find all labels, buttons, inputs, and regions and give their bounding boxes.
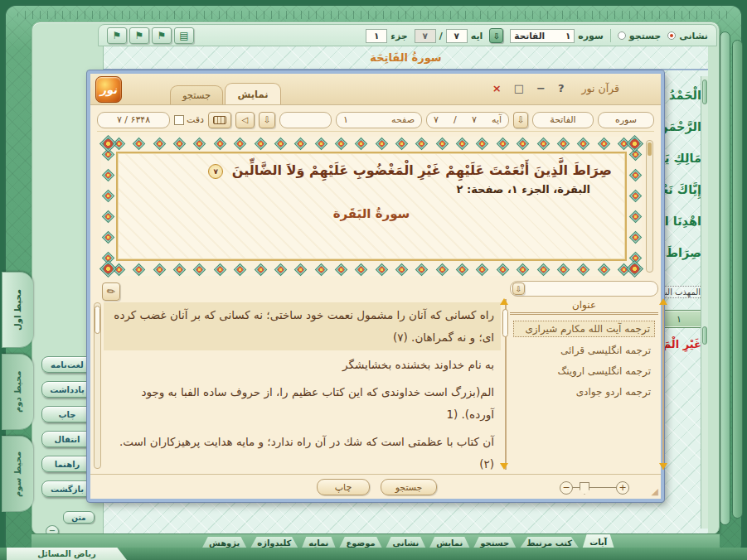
ornament-diamond [597, 137, 610, 150]
list-search-field[interactable]: ⇩ [510, 281, 658, 297]
flag-prev-icon[interactable]: ⚑ [129, 27, 149, 44]
juz-field[interactable]: ۱ [366, 29, 387, 43]
search-button[interactable]: جستجو [381, 479, 437, 495]
doc-scroll-thumb[interactable] [702, 80, 707, 104]
ornament-diamond [456, 137, 469, 150]
ornament-diamond [536, 263, 550, 276]
sura-field[interactable]: ۱ الفاتحة [510, 29, 575, 43]
translation-list-item[interactable]: ترجمه اردو جوادی [513, 384, 655, 399]
search-radio[interactable]: جستجو [618, 31, 661, 41]
back-arrow-button[interactable]: ◁ [235, 112, 255, 128]
ornament-diamond [597, 263, 610, 276]
edit-pen-button[interactable]: ✎ [102, 282, 120, 301]
scroll-down-icon[interactable] [500, 463, 508, 470]
close-icon[interactable]: × [492, 83, 502, 94]
address-radio[interactable]: نشانی [667, 31, 708, 41]
page-mini-scrollbar[interactable] [646, 140, 653, 273]
env-tab-2[interactable]: محیط دوم [2, 354, 33, 430]
ornament-diamond [415, 263, 429, 276]
aya-field[interactable]: ۷ [446, 29, 468, 43]
ornament-diamond [153, 263, 166, 276]
ornament-diamond [294, 137, 308, 150]
dlg-page-label: صفحه [391, 114, 415, 125]
zoom-out-button[interactable]: − [560, 481, 573, 495]
scroll-up-icon[interactable] [659, 298, 667, 305]
keyboard-button[interactable] [208, 112, 231, 128]
dlg-aya-field[interactable]: آیه ۷ / ۷ [426, 112, 509, 128]
sidebar-button-یادداشت[interactable]: یادداشت [41, 381, 93, 398]
ornament-diamond [101, 210, 114, 224]
dlg-page-field[interactable]: صفحه ۱ [336, 112, 422, 128]
flag-next-icon[interactable]: ⚑ [107, 27, 127, 44]
dlg-search-input[interactable] [287, 114, 324, 125]
ornament-diamond [355, 137, 368, 150]
list-icon[interactable]: ▤ [174, 27, 194, 44]
precision-checkbox[interactable] [174, 115, 184, 125]
precision-checkbox-group: دقت [174, 114, 204, 125]
list-search-down-button[interactable]: ⇩ [512, 282, 525, 295]
ornament-diamond [628, 190, 642, 203]
doc-scrollbar[interactable] [701, 76, 708, 529]
dlg-sura-down-button[interactable]: ⇩ [513, 112, 528, 128]
top-toolbar-icons: ⚑⚑⚑▤ [107, 27, 194, 44]
print-button[interactable]: چاپ [317, 479, 370, 495]
tab-search[interactable]: جستجو [170, 85, 223, 104]
ornament-diamond [375, 137, 388, 150]
text-mini-button[interactable]: متن [63, 511, 95, 524]
sidebar-button-چاپ[interactable]: چاپ [41, 406, 93, 422]
text-scroll-thumb[interactable] [95, 306, 100, 334]
ornament-diamond [395, 137, 409, 150]
ornament-diamond [274, 137, 288, 150]
help-icon[interactable]: ? [558, 83, 565, 94]
env-tabs: محیط اولمحیط دوممحیط سوم [2, 272, 33, 512]
ornament-diamond [628, 231, 642, 244]
divider [610, 29, 611, 42]
sidebar-button-لغت‌نامه[interactable]: لغت‌نامه [41, 356, 93, 373]
dlg-sura-value[interactable]: الفاتحة [532, 112, 594, 128]
tab-display[interactable]: نمایش [225, 83, 281, 104]
verse-text: صِرَاطَ الَّذِينَ أَنْعَمْتَ عَلَيْهِمْ … [232, 162, 612, 178]
sura-group: سوره ۱ الفاتحة [510, 29, 604, 43]
sidebar-button-انتقال[interactable]: انتقال [41, 431, 93, 447]
radio-off-icon[interactable] [618, 31, 626, 40]
dlg-down-button[interactable]: ⇩ [259, 112, 275, 128]
dialog-titlebar[interactable]: نور جستجو نمایش × □ − ? قرآن نور [90, 74, 661, 105]
ornament-diamond [435, 137, 449, 150]
doc-list-item[interactable]: المهذب البا [659, 286, 704, 298]
doc-scroll-thumb2[interactable] [702, 326, 707, 345]
env-tab-1[interactable]: محیط اول [2, 272, 33, 348]
sidebar-button-بازگشت[interactable]: بازگشت [41, 480, 93, 497]
ornament-diamond [497, 137, 510, 150]
page-mini-scroll-thumb[interactable] [648, 142, 652, 156]
translation-list-item[interactable]: ترجمه انگلیسی اروینگ [513, 364, 655, 379]
zoom-in-button[interactable]: + [616, 481, 629, 495]
sura-dropdown-button[interactable]: ⇩ [489, 28, 503, 43]
list-scroll-thumb[interactable] [502, 309, 508, 337]
ornament-diamond [628, 169, 642, 182]
minimize-icon[interactable]: − [536, 83, 546, 94]
flag-icon[interactable]: ⚑ [152, 27, 172, 44]
translation-list-item[interactable]: ترجمه آیت الله مکارم شیرازی [513, 321, 655, 337]
list-search-input[interactable] [525, 282, 657, 295]
scroll-down-icon[interactable] [659, 463, 667, 470]
maximize-icon[interactable]: □ [514, 83, 524, 94]
radio-on-icon[interactable] [667, 31, 676, 40]
ornament-diamond [577, 137, 590, 150]
slider-handle[interactable] [580, 482, 589, 495]
scroll-up-icon[interactable] [500, 298, 508, 305]
translation-paragraph: به نام خداوند بخشنده بخشایشگر [104, 352, 501, 378]
dlg-page-value: ۱ [343, 114, 348, 125]
juz-label: جزء [390, 31, 407, 41]
ornament-diamond [101, 231, 114, 244]
text-scrollbar[interactable] [94, 302, 101, 469]
resize-grip[interactable]: ◢ [652, 486, 658, 497]
sidebar-button-راهنما[interactable]: راهنما [41, 456, 93, 472]
book-tab[interactable]: ریاض المسائل [7, 548, 127, 560]
slider-track[interactable] [566, 487, 623, 488]
translation-list-item[interactable]: ترجمه انگلیسی قرائی [513, 343, 655, 358]
ornament-diamond [395, 263, 409, 276]
dlg-search-field[interactable] [279, 112, 332, 128]
translation-paragraph: الم(بزرگ است خداوندی که این کتاب عظیم را… [104, 379, 501, 427]
env-tab-3[interactable]: محیط سوم [2, 436, 33, 512]
ornament-diamond [355, 263, 368, 276]
